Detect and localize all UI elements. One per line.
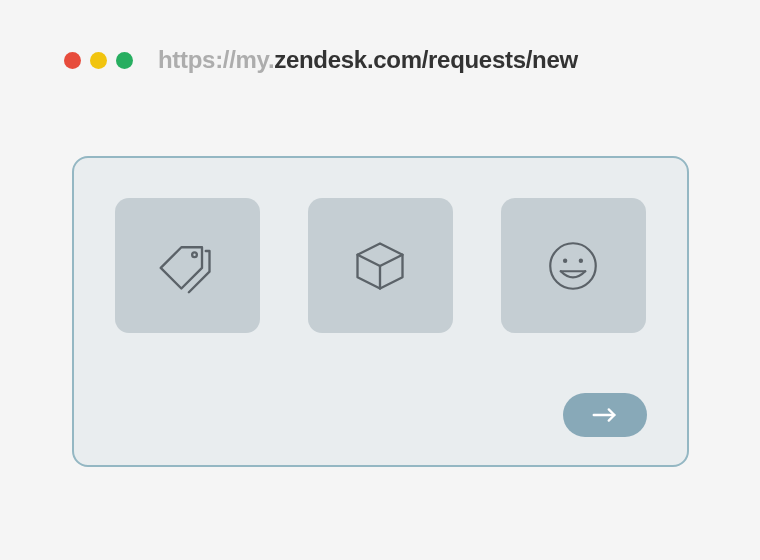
request-card: [72, 156, 689, 467]
svg-point-2: [563, 258, 567, 262]
option-tags[interactable]: [115, 198, 260, 333]
svg-point-1: [550, 243, 596, 289]
cube-icon: [350, 236, 410, 296]
address-bar[interactable]: https://my.zendesk.com/requests/new: [158, 46, 578, 74]
maximize-window-button[interactable]: [116, 52, 133, 69]
url-path: zendesk.com/requests/new: [274, 46, 578, 73]
tags-icon: [157, 236, 217, 296]
option-tiles: [114, 198, 647, 333]
next-button[interactable]: [563, 393, 647, 437]
option-package[interactable]: [308, 198, 453, 333]
svg-point-0: [192, 252, 197, 257]
close-window-button[interactable]: [64, 52, 81, 69]
option-feedback[interactable]: [501, 198, 646, 333]
minimize-window-button[interactable]: [90, 52, 107, 69]
arrow-right-icon: [590, 405, 620, 425]
smile-icon: [545, 238, 601, 294]
url-prefix: https://my.: [158, 46, 274, 73]
browser-chrome: https://my.zendesk.com/requests/new: [0, 0, 760, 74]
svg-point-3: [579, 258, 583, 262]
